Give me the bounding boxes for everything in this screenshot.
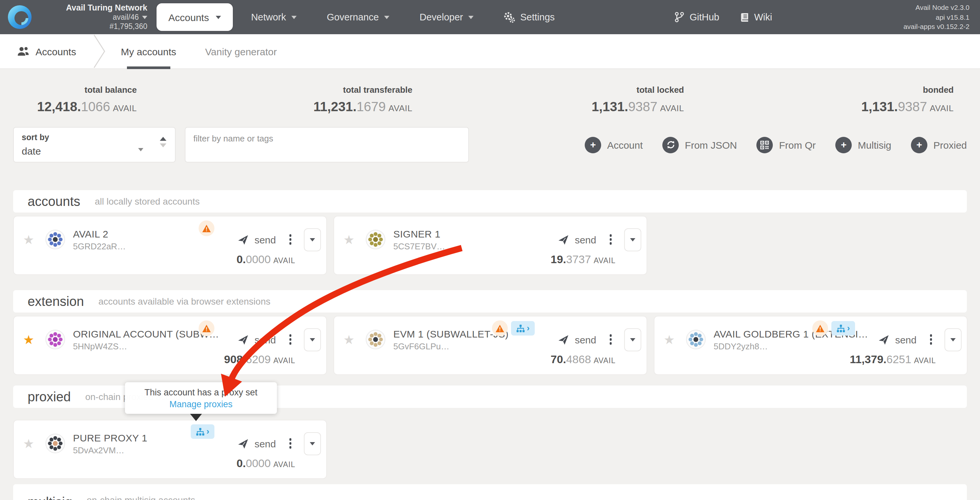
tab[interactable]: My accounts	[121, 34, 176, 68]
more-menu-button[interactable]	[287, 232, 293, 247]
account-card: ★ AVAIL GOLDBERG 1 (EXTENSI… 5DDY2yzh8…	[654, 316, 967, 375]
version-info: Avail Node v2.3.0api v15.8.1avail-apps v…	[871, 3, 969, 32]
account-badges	[199, 220, 215, 236]
account-info: PURE PROXY 1 5DvAx2VM…	[73, 432, 147, 455]
action-button[interactable]: +	[911, 137, 967, 153]
wiki-link[interactable]: Wiki	[740, 12, 772, 22]
summary-stat: total transferable 11,231.1679AVAIL	[313, 85, 412, 115]
more-menu-button[interactable]	[287, 333, 293, 347]
more-menu-button[interactable]	[928, 333, 934, 347]
warning-badge[interactable]	[199, 220, 215, 236]
expand-details-button[interactable]	[945, 328, 962, 351]
expand-details-button[interactable]	[304, 328, 321, 351]
filter-input[interactable]	[186, 127, 468, 149]
send-button[interactable]: send	[237, 334, 276, 345]
send-button[interactable]: send	[878, 334, 916, 345]
chevron-down-icon	[630, 238, 635, 241]
more-menu-button[interactable]	[608, 333, 614, 347]
avail-logo[interactable]	[6, 4, 33, 30]
account-address: 5GRD22aR…	[73, 241, 126, 251]
favorite-star-icon[interactable]: ★	[343, 233, 359, 246]
network-selector[interactable]: Avail Turing Network avail/46 #1,795,360	[37, 3, 147, 31]
favorite-star-icon[interactable]: ★	[343, 333, 359, 346]
action-button[interactable]: +	[585, 137, 643, 153]
expand-details-button[interactable]	[624, 228, 641, 251]
best-block: #1,795,360	[110, 22, 147, 31]
account-address: 5HNpW4ZS…	[73, 341, 219, 351]
proxy-badge[interactable]: ›	[511, 321, 535, 336]
nav-item-settings[interactable]: Settings	[504, 11, 555, 23]
send-label: send	[255, 438, 276, 449]
account-card-toprow: ★ EVM 1 (SUBWALLET-JS) 5GvF6GLPu… send	[334, 317, 646, 355]
section-header: accounts all locally stored accounts	[13, 190, 967, 212]
account-balance: 70.4868AVAIL	[550, 353, 616, 366]
account-card: ★ EVM 1 (SUBWALLET-JS) 5GvF6GLPu… send	[334, 316, 647, 375]
send-button[interactable]: send	[558, 334, 596, 345]
action-button[interactable]: +	[836, 137, 891, 153]
version-line: avail-apps v0.152.2-2	[871, 22, 969, 32]
manage-proxies-link[interactable]: Manage proxies	[129, 399, 273, 409]
account-identicon[interactable]	[366, 330, 385, 349]
expand-details-button[interactable]	[624, 328, 641, 351]
warning-badge[interactable]	[492, 320, 508, 336]
proxy-tooltip: This account has a proxy set Manage prox…	[125, 382, 277, 414]
nav-item-label: Network	[251, 12, 286, 22]
menu-accounts-active[interactable]: Accounts	[156, 3, 232, 31]
chevron-down-icon	[950, 338, 956, 341]
expand-details-button[interactable]	[304, 432, 321, 455]
send-button[interactable]: send	[558, 234, 596, 245]
plus-icon: +	[841, 140, 847, 149]
account-address: 5GvF6GLPu…	[393, 341, 508, 351]
chevron-down-icon	[310, 238, 315, 241]
summary-stat: bonded 1,131.9387AVAIL	[861, 85, 954, 115]
action-label: Proxied	[933, 139, 967, 150]
account-card: ★ PURE PROXY 1 5DvAx2VM… send	[13, 420, 327, 479]
sort-value: date	[22, 145, 167, 156]
app-header: Avail Turing Network avail/46 #1,795,360…	[0, 0, 980, 34]
send-button[interactable]: send	[237, 438, 276, 449]
favorite-star-icon[interactable]: ★	[23, 333, 39, 346]
breadcrumb-accounts[interactable]: Accounts	[17, 46, 76, 57]
action-label: Account	[607, 139, 643, 150]
account-identicon[interactable]	[45, 229, 65, 249]
proxy-badge[interactable]: ›	[831, 321, 855, 336]
account-section: multisig on-chain multisig accounts	[13, 484, 967, 500]
send-button[interactable]: send	[237, 234, 276, 245]
account-card: ★ SIGNER 1 5CS7E7BV… send	[334, 216, 647, 275]
more-menu-button[interactable]	[608, 232, 614, 247]
favorite-star-icon[interactable]: ★	[23, 233, 39, 246]
account-identicon[interactable]	[45, 433, 65, 453]
warning-triangle-icon	[495, 324, 504, 333]
warning-badge[interactable]	[812, 320, 828, 336]
account-address: 5DDY2yzh8…	[714, 341, 868, 351]
account-identicon[interactable]	[686, 330, 706, 349]
chevron-down-icon	[215, 16, 221, 19]
account-name: EVM 1 (SUBWALLET-JS)	[393, 328, 508, 339]
github-link[interactable]: GitHub	[675, 12, 719, 22]
account-identicon[interactable]	[366, 229, 385, 249]
nav-item[interactable]: Governance	[327, 12, 389, 22]
sort-dropdown[interactable]: sort by date	[13, 127, 176, 162]
nav-item[interactable]: Network	[251, 12, 296, 22]
warning-badge[interactable]	[199, 320, 215, 336]
proxy-badge[interactable]: ›	[191, 424, 215, 439]
tab-label: Vanity generator	[205, 46, 277, 57]
expand-details-button[interactable]	[304, 228, 321, 251]
favorite-star-icon[interactable]: ★	[663, 333, 679, 346]
controls-row: sort by date +	[13, 127, 967, 162]
account-balance: 19.3737AVAIL	[550, 253, 616, 266]
sort-direction-toggle[interactable]	[160, 137, 166, 147]
paper-plane-icon	[878, 334, 889, 345]
section-title: extension	[28, 294, 84, 309]
header-links: GitHub Wiki	[675, 12, 772, 22]
more-menu-button[interactable]	[287, 436, 293, 451]
account-identicon[interactable]	[45, 330, 65, 349]
nav-item[interactable]: Developer	[420, 12, 474, 22]
account-balance: 0.0000AVAIL	[237, 457, 295, 470]
tab[interactable]: Vanity generator	[205, 34, 277, 68]
action-label: From JSON	[685, 139, 737, 150]
action-button[interactable]: +	[663, 137, 737, 153]
favorite-star-icon[interactable]: ★	[23, 437, 39, 450]
wiki-label: Wiki	[754, 12, 772, 22]
action-button[interactable]: +	[757, 137, 816, 153]
